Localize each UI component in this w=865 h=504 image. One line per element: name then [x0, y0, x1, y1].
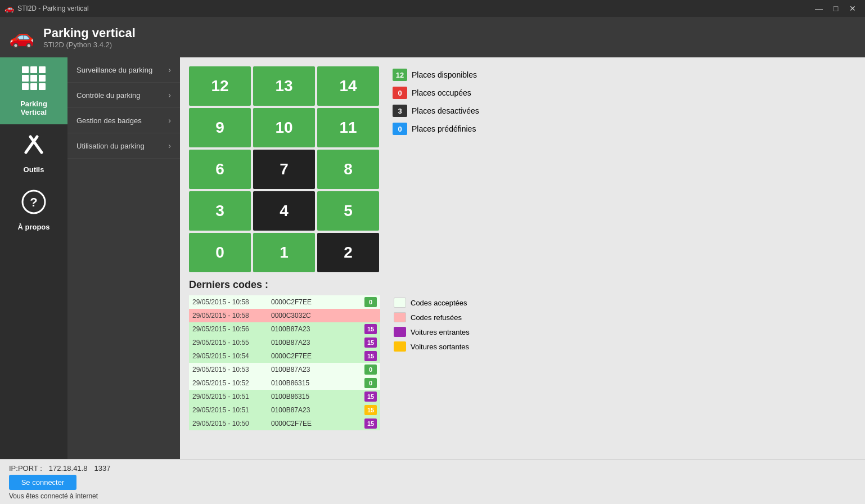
codes-legend-item: Voitures entrantes: [394, 327, 470, 337]
sidebar-parking-label: ParkingVertical: [20, 100, 47, 116]
legend-label: Places occupées: [412, 88, 471, 97]
nav-panel: Surveillance du parking › Contrôle du pa…: [67, 57, 180, 459]
parking-cell-11[interactable]: 11: [317, 108, 379, 147]
legend-item: 3 Places desactivées: [393, 105, 479, 117]
svg-rect-6: [22, 83, 29, 90]
app-small-icon: 🚗: [4, 4, 14, 13]
content-area: 12131491011678345012 12 Places disponibl…: [180, 57, 865, 459]
nav-item-utilisation[interactable]: Utilisation du parking ›: [67, 133, 180, 159]
legend-item: 0 Places occupées: [393, 87, 479, 99]
code-row: 29/05/2015 - 10:58 0000C3032C: [189, 309, 380, 322]
tools-icon: [21, 132, 46, 162]
codes-legend-box: [394, 327, 406, 337]
code-row: 29/05/2015 - 10:58 0000C2F7EE 0: [189, 295, 380, 309]
svg-rect-3: [22, 75, 29, 82]
nav-item-gestion[interactable]: Gestion des badges ›: [67, 108, 180, 133]
connect-button[interactable]: Se connecter: [9, 475, 76, 490]
codes-legend-item: Codes refusées: [394, 312, 470, 322]
codes-legend-label: Codes refusées: [411, 313, 462, 322]
parking-cell-14[interactable]: 14: [317, 66, 379, 106]
parking-cell-13[interactable]: 13: [253, 66, 315, 106]
nav-utilisation-arrow: ›: [168, 141, 171, 150]
parking-cell-9[interactable]: 9: [189, 108, 251, 147]
code-date: 29/05/2015 - 10:50: [192, 420, 271, 428]
sidebar-item-outils[interactable]: Outils: [0, 124, 67, 182]
code-row: 29/05/2015 - 10:56 0100B87A23 15: [189, 322, 380, 336]
code-value: 0000C2F7EE: [271, 352, 364, 360]
codes-layout: 29/05/2015 - 10:58 0000C2F7EE 029/05/201…: [189, 295, 856, 430]
code-badge: 15: [364, 392, 377, 402]
codes-section: Derniers codes : 29/05/2015 - 10:58 0000…: [189, 279, 856, 430]
code-date: 29/05/2015 - 10:58: [192, 312, 271, 320]
code-value: 0100B87A23: [271, 339, 364, 346]
code-value: 0000C2F7EE: [271, 420, 364, 428]
codes-legend-box: [394, 312, 406, 322]
nav-item-surveillance[interactable]: Surveillance du parking ›: [67, 57, 180, 83]
legend-badge: 0: [393, 123, 407, 135]
legend-badge: 12: [393, 69, 407, 81]
code-badge: 15: [364, 338, 377, 348]
legend-label: Places prédéfinies: [412, 124, 476, 133]
ip-value: 172.18.41.8: [49, 464, 88, 472]
app-title: Parking vertical: [43, 26, 136, 40]
legend-label: Places desactivées: [412, 106, 479, 115]
app-title-block: Parking vertical STI2D (Python 3.4.2): [43, 26, 136, 49]
code-date: 29/05/2015 - 10:53: [192, 366, 271, 374]
codes-legend-label: Voitures entrantes: [411, 328, 470, 336]
code-row: 29/05/2015 - 10:52 0100B86315 0: [189, 376, 380, 390]
code-value: 0100B86315: [271, 393, 364, 400]
codes-legend-label: Voitures sortantes: [411, 343, 469, 351]
code-row: 29/05/2015 - 10:53 0100B87A23 0: [189, 363, 380, 376]
close-button[interactable]: ✕: [845, 2, 861, 15]
parking-grid-wrapper: 12131491011678345012: [189, 66, 379, 272]
code-badge: 15: [364, 405, 377, 415]
code-date: 29/05/2015 - 10:56: [192, 325, 271, 333]
parking-cell-12[interactable]: 12: [189, 66, 251, 106]
sidebar-item-apropos[interactable]: ? À propos: [0, 182, 67, 239]
nav-item-controle[interactable]: Contrôle du parking ›: [67, 83, 180, 108]
parking-cell-8[interactable]: 8: [317, 150, 379, 189]
parking-cell-7[interactable]: 7: [253, 150, 315, 189]
code-value: 0100B87A23: [271, 406, 364, 414]
maximize-button[interactable]: □: [828, 2, 844, 15]
parking-grid-icon: [21, 65, 47, 96]
parking-cell-0[interactable]: 0: [189, 233, 251, 272]
code-badge: 15: [364, 418, 377, 429]
code-date: 29/05/2015 - 10:51: [192, 406, 271, 414]
svg-rect-0: [22, 66, 29, 73]
codes-legend-item: Voitures sortantes: [394, 341, 470, 352]
codes-legend-label: Codes acceptées: [411, 299, 467, 307]
code-value: 0000C3032C: [271, 312, 364, 320]
minimize-button[interactable]: —: [811, 2, 827, 15]
main-layout: ParkingVertical Outils ? À propos S: [0, 57, 865, 459]
codes-title: Derniers codes :: [189, 279, 856, 291]
legend-label: Places disponibles: [412, 70, 477, 79]
parking-cell-2[interactable]: 2: [317, 233, 379, 272]
code-date: 29/05/2015 - 10:55: [192, 339, 271, 346]
parking-cell-5[interactable]: 5: [317, 191, 379, 231]
parking-cell-1[interactable]: 1: [253, 233, 315, 272]
nav-surveillance-arrow: ›: [168, 65, 171, 74]
sidebar-item-parking-vertical[interactable]: ParkingVertical: [0, 57, 67, 124]
code-date: 29/05/2015 - 10:51: [192, 393, 271, 400]
codes-legend-box: [394, 341, 406, 352]
places-legend: 12 Places disponibles0 Places occupées3 …: [393, 66, 479, 135]
sidebar: ParkingVertical Outils ? À propos: [0, 57, 67, 459]
sidebar-outils-label: Outils: [24, 165, 44, 174]
code-date: 29/05/2015 - 10:58: [192, 298, 271, 306]
parking-cell-6[interactable]: 6: [189, 150, 251, 189]
codes-legend: Codes acceptées Codes refusées Voitures …: [394, 295, 470, 352]
titlebar-controls: — □ ✕: [811, 2, 861, 15]
parking-cell-3[interactable]: 3: [189, 191, 251, 231]
code-row: 29/05/2015 - 10:55 0100B87A23 15: [189, 336, 380, 349]
code-date: 29/05/2015 - 10:54: [192, 352, 271, 360]
parking-grid: 12131491011678345012: [189, 66, 379, 272]
codes-legend-item: Codes acceptées: [394, 298, 470, 308]
legend-item: 0 Places prédéfinies: [393, 123, 479, 135]
parking-cell-10[interactable]: 10: [253, 108, 315, 147]
code-value: 0100B87A23: [271, 325, 364, 333]
parking-cell-4[interactable]: 4: [253, 191, 315, 231]
legend-badge: 0: [393, 87, 407, 99]
port-value: 1337: [94, 464, 110, 472]
nav-gestion-arrow: ›: [168, 116, 171, 125]
